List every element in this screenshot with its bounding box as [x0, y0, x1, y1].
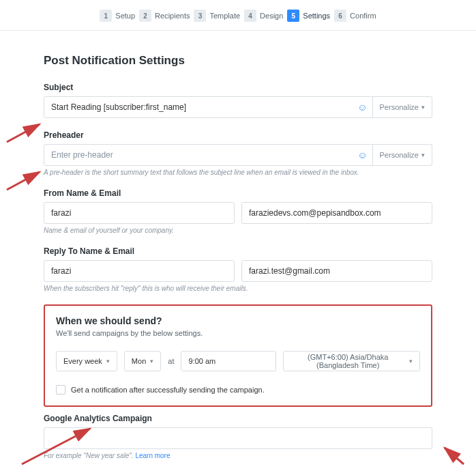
- reply-label: Reply To Name & Email: [44, 246, 432, 256]
- step-settings[interactable]: 5 Settings: [287, 10, 330, 22]
- timezone-value: (GMT+6:00) Asia/Dhaka (Bangladesh Time): [291, 353, 405, 369]
- step-label: Design: [260, 12, 283, 20]
- step-label: Setup: [115, 12, 135, 20]
- preheader-group: Preheader ☺ Personalize ▾ A pre-header i…: [44, 130, 432, 176]
- reply-help: When the subscribers hit "reply" this is…: [44, 285, 432, 292]
- step-label: Settings: [303, 12, 330, 20]
- step-confirm[interactable]: 6 Confirm: [334, 10, 376, 22]
- personalize-label: Personalize: [380, 151, 419, 159]
- chevron-down-icon: ▾: [106, 358, 110, 365]
- frequency-select[interactable]: Every week ▾: [56, 351, 117, 371]
- reply-group: Reply To Name & Email When the subscribe…: [44, 246, 432, 292]
- step-number: 3: [194, 10, 206, 22]
- from-email-input[interactable]: [241, 202, 432, 224]
- ga-label: Google Analytics Campaign: [44, 414, 432, 423]
- reply-email-input[interactable]: [241, 260, 432, 282]
- personalize-button[interactable]: Personalize ▾: [373, 96, 432, 118]
- subject-input[interactable]: [44, 96, 373, 118]
- reply-name-input[interactable]: [44, 260, 235, 282]
- preheader-label: Preheader: [44, 130, 432, 140]
- preheader-help: A pre-header is the short summary text t…: [44, 169, 432, 176]
- step-number: 6: [334, 10, 346, 22]
- page-title: Post Notification Settings: [44, 54, 432, 68]
- from-name-input[interactable]: [44, 202, 235, 224]
- step-number: 2: [139, 10, 151, 22]
- frequency-value: Every week: [63, 357, 102, 365]
- schedule-desc: We'll send campaigns by the below settin…: [56, 329, 420, 337]
- learn-more-link[interactable]: Learn more: [135, 452, 170, 459]
- at-label: at: [168, 357, 174, 365]
- time-input[interactable]: [181, 351, 276, 371]
- step-label: Template: [209, 12, 240, 20]
- ga-help-text: For example "New year sale".: [44, 452, 135, 459]
- wizard-steps: 1 Setup 2 Recipients 3 Template 4 Design…: [0, 0, 476, 31]
- step-design[interactable]: 4 Design: [244, 10, 283, 22]
- form-container: Post Notification Settings Subject ☺ Per…: [0, 31, 476, 471]
- subject-label: Subject: [44, 83, 432, 92]
- subject-group: Subject ☺ Personalize ▾: [44, 83, 432, 118]
- step-number: 5: [287, 10, 299, 22]
- timezone-select[interactable]: (GMT+6:00) Asia/Dhaka (Bangladesh Time) …: [283, 351, 420, 371]
- step-number: 4: [244, 10, 256, 22]
- emoji-icon[interactable]: ☺: [357, 102, 367, 113]
- chevron-down-icon: ▾: [421, 104, 425, 111]
- schedule-box: When we should send? We'll send campaign…: [44, 304, 432, 407]
- from-help: Name & email of yourself or your company…: [44, 227, 432, 234]
- notify-checkbox[interactable]: [56, 385, 65, 395]
- ga-help: For example "New year sale". Learn more: [44, 452, 432, 459]
- personalize-button[interactable]: Personalize ▾: [373, 144, 432, 166]
- step-number: 1: [100, 10, 112, 22]
- day-value: Mon: [132, 357, 146, 365]
- from-label: From Name & Email: [44, 188, 432, 198]
- chevron-down-icon: ▾: [421, 152, 425, 158]
- day-select[interactable]: Mon ▾: [124, 351, 161, 371]
- emoji-icon[interactable]: ☺: [357, 149, 367, 160]
- preheader-input[interactable]: [44, 144, 373, 166]
- from-group: From Name & Email Name & email of yourse…: [44, 188, 432, 234]
- schedule-title: When we should send?: [56, 315, 420, 326]
- step-recipients[interactable]: 2 Recipients: [139, 10, 190, 22]
- step-label: Recipients: [155, 12, 190, 20]
- chevron-down-icon: ▾: [150, 358, 153, 365]
- step-template[interactable]: 3 Template: [194, 10, 240, 22]
- ga-input[interactable]: [44, 427, 432, 449]
- notify-row: Get a notification after successfully se…: [56, 385, 420, 395]
- step-setup[interactable]: 1 Setup: [100, 10, 135, 22]
- notify-label: Get a notification after successfully se…: [71, 386, 265, 394]
- personalize-label: Personalize: [380, 103, 419, 111]
- ga-group: Google Analytics Campaign For example "N…: [44, 414, 432, 459]
- step-label: Confirm: [350, 12, 376, 20]
- caret-down-icon: ▾: [409, 358, 413, 365]
